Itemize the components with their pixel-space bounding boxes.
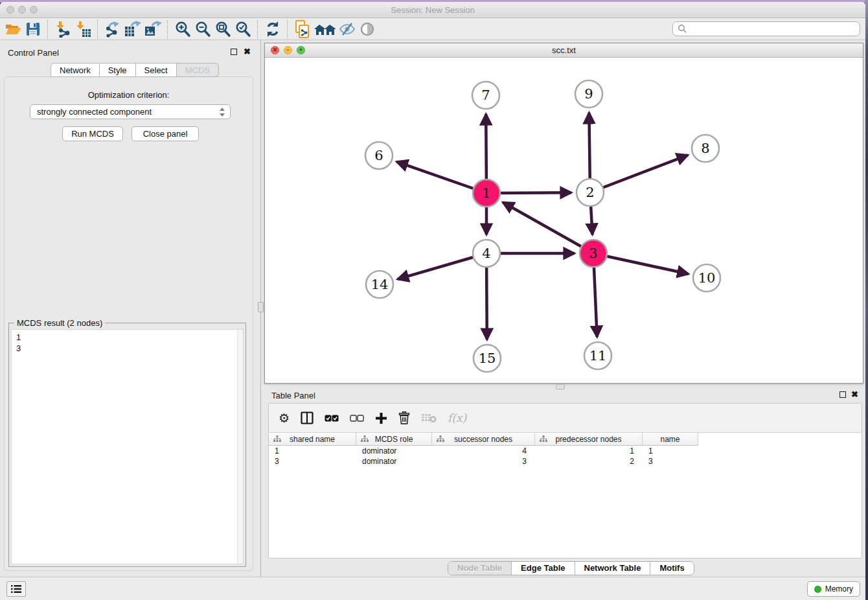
close-panel-button[interactable]: Close panel	[131, 126, 199, 141]
network-minimize-icon[interactable]: −	[284, 46, 292, 54]
zoom-in-icon[interactable]	[172, 20, 192, 38]
divider-handle[interactable]	[258, 302, 264, 312]
mcds-result-area[interactable]: 1 3	[11, 329, 244, 564]
tab-network-table[interactable]: Network Table	[575, 562, 651, 575]
close-table-panel-icon[interactable]: ✖	[851, 391, 858, 398]
table-cell[interactable]: 1	[643, 446, 698, 456]
tab-mcds[interactable]: MCDS	[177, 63, 219, 77]
table-cell[interactable]: 3	[269, 456, 356, 467]
close-window-button[interactable]	[6, 6, 14, 14]
graph-node-9[interactable]: 9	[575, 80, 602, 108]
tab-style[interactable]: Style	[100, 63, 136, 77]
graph-node-3[interactable]: 3	[580, 240, 607, 267]
table-cell[interactable]: dominator	[356, 456, 432, 467]
svg-text:2: 2	[586, 185, 594, 200]
zoom-fit-icon[interactable]	[212, 20, 233, 38]
add-row-icon[interactable]	[375, 409, 387, 427]
deselect-all-checks-icon[interactable]	[350, 409, 364, 427]
tab-edge-table[interactable]: Edge Table	[512, 562, 575, 575]
graph-node-15[interactable]: 15	[474, 345, 501, 372]
graph-edge-2-8[interactable]	[590, 155, 688, 192]
graph-edge-3-1[interactable]	[503, 202, 593, 253]
close-panel-icon[interactable]: ✖	[244, 48, 251, 56]
search-box[interactable]	[672, 21, 860, 36]
search-input[interactable]	[687, 23, 860, 35]
zoom-selected-icon[interactable]	[233, 20, 253, 38]
refresh-layout-icon[interactable]	[262, 20, 282, 38]
criterion-select[interactable]: strongly connected component	[30, 104, 231, 119]
network-close-icon[interactable]: ✕	[271, 46, 279, 54]
run-mcds-button[interactable]: Run MCDS	[62, 126, 123, 141]
float-panel-icon[interactable]	[231, 49, 237, 55]
graph-node-8[interactable]: 8	[692, 135, 719, 162]
column-header-name[interactable]: name	[643, 433, 698, 446]
graph-edge-3-10[interactable]	[593, 253, 689, 274]
table-cell[interactable]: 3	[643, 456, 698, 467]
column-split-icon[interactable]	[301, 409, 314, 427]
import-table-icon[interactable]	[73, 20, 93, 38]
export-network-icon[interactable]	[102, 20, 122, 38]
network-canvas[interactable]: 1234678910111415	[265, 58, 863, 383]
function-builder-icon[interactable]: f(x)	[448, 409, 466, 427]
column-header-shared-name[interactable]: shared name	[269, 433, 356, 446]
table-cell[interactable]: 1	[535, 446, 643, 456]
memory-button[interactable]: Memory	[807, 581, 860, 597]
graph-node-14[interactable]: 14	[366, 271, 393, 298]
memory-label: Memory	[825, 584, 853, 594]
column-header-predecessor-nodes[interactable]: predecessor nodes	[535, 433, 643, 446]
window-title: Session: New Session	[0, 2, 865, 18]
open-folder-icon[interactable]	[3, 20, 23, 38]
search-icon	[678, 24, 687, 34]
save-icon[interactable]	[23, 20, 43, 38]
table-row[interactable]: 1 dominator 4 1 1	[269, 446, 862, 456]
table-cell[interactable]: 4	[432, 446, 535, 456]
table-settings-icon[interactable]: ⚙	[279, 409, 290, 427]
zoom-window-button[interactable]	[30, 6, 38, 14]
import-network-icon[interactable]	[52, 20, 73, 38]
clone-network-icon[interactable]	[292, 20, 312, 38]
table-row[interactable]: 3 dominator 3 2 3	[269, 456, 862, 467]
minimize-window-button[interactable]	[18, 6, 26, 14]
export-table-icon[interactable]	[122, 20, 143, 38]
network-maximize-icon[interactable]: +	[297, 46, 305, 54]
svg-text:14: 14	[371, 277, 389, 292]
table-tabs: Node Table Edge Table Network Table Moti…	[448, 561, 694, 575]
export-image-icon[interactable]	[143, 20, 163, 38]
hide-selected-icon[interactable]	[337, 20, 357, 38]
list-icon	[10, 584, 22, 594]
graph-node-1[interactable]: 1	[473, 179, 500, 207]
tab-network[interactable]: Network	[51, 63, 100, 77]
graph-node-2[interactable]: 2	[577, 179, 604, 206]
graph-node-6[interactable]: 6	[365, 142, 393, 169]
main-titlebar[interactable]: Session: New Session	[0, 2, 865, 18]
column-header-mcds-role[interactable]: MCDS role	[356, 433, 432, 446]
svg-text:11: 11	[589, 348, 607, 363]
first-neighbors-icon[interactable]	[312, 20, 337, 38]
task-history-button[interactable]	[6, 581, 26, 597]
mcds-result-box: MCDS result (2 nodes) 1 3	[8, 323, 246, 567]
zoom-out-icon[interactable]	[192, 20, 212, 38]
tab-node-table[interactable]: Node Table	[448, 562, 512, 575]
result-scrollbar[interactable]	[237, 330, 243, 564]
tab-select[interactable]: Select	[136, 63, 177, 77]
table-cell[interactable]: 1	[269, 446, 356, 456]
svg-text:7: 7	[481, 87, 490, 103]
delete-table-icon[interactable]	[421, 409, 437, 427]
graph-node-11[interactable]: 11	[584, 342, 611, 369]
network-graph[interactable]: 1234678910111415	[265, 58, 863, 383]
network-titlebar[interactable]: ✕ − + scc.txt	[265, 43, 863, 58]
column-header-successor-nodes[interactable]: successor nodes	[432, 433, 535, 446]
toolbar-separator	[257, 20, 258, 38]
table-cell[interactable]: 3	[432, 456, 535, 467]
table-cell[interactable]: dominator	[356, 446, 432, 456]
svg-text:10: 10	[698, 270, 716, 286]
delete-row-icon[interactable]	[398, 409, 410, 427]
graph-node-10[interactable]: 10	[693, 264, 720, 292]
float-table-panel-icon[interactable]	[839, 391, 846, 398]
preview-icon[interactable]	[357, 20, 377, 38]
graph-node-7[interactable]: 7	[472, 82, 499, 109]
table-cell[interactable]: 2	[535, 456, 643, 467]
graph-node-4[interactable]: 4	[473, 240, 500, 267]
select-all-checks-icon[interactable]	[325, 409, 339, 427]
tab-motifs[interactable]: Motifs	[650, 562, 693, 575]
